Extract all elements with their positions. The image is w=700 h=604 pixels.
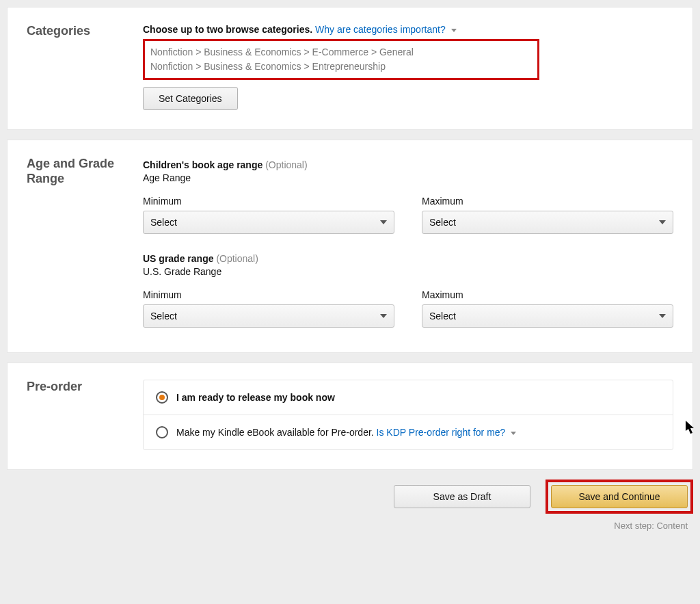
- next-step-hint: Next step: Content: [7, 521, 688, 531]
- category-path-2: Nonfiction > Business & Economics > Entr…: [150, 60, 532, 74]
- preorder-help-link[interactable]: Is KDP Pre-order right for me?: [377, 427, 517, 438]
- grade-min-select[interactable]: Select: [143, 304, 394, 328]
- grade-range-heading-text: US grade range: [143, 253, 213, 264]
- save-continue-button[interactable]: Save and Continue: [551, 485, 688, 508]
- footer-actions: Save as Draft Save and Continue: [7, 480, 693, 514]
- radio-icon: [156, 426, 168, 438]
- optional-tag: (Optional): [265, 159, 307, 170]
- chevron-down-icon: [659, 220, 666, 224]
- categories-help-link[interactable]: Why are categories important?: [315, 24, 457, 35]
- preorder-option-release-now[interactable]: I am ready to release my book now: [144, 380, 673, 415]
- grade-range-heading: US grade range (Optional): [143, 253, 673, 264]
- categories-instruction-text: Choose up to two browse categories.: [143, 24, 312, 35]
- set-categories-button[interactable]: Set Categories: [143, 87, 238, 110]
- preorder-option-preorder-text: Make my Kindle eBook available for Pre-o…: [176, 427, 374, 438]
- age-grade-panel: Age and Grade Range Children's book age …: [7, 140, 693, 353]
- grade-max-label: Maximum: [422, 289, 673, 300]
- age-max-label: Maximum: [422, 196, 673, 207]
- preorder-radio-group: I am ready to release my book now Make m…: [143, 380, 673, 450]
- preorder-title: Pre-order: [27, 380, 143, 395]
- save-continue-button-label: Save and Continue: [578, 491, 660, 502]
- preorder-help-link-text: Is KDP Pre-order right for me?: [377, 427, 506, 438]
- preorder-panel: Pre-order I am ready to release my book …: [7, 363, 693, 470]
- age-grade-title: Age and Grade Range: [27, 157, 143, 186]
- categories-instruction: Choose up to two browse categories. Why …: [143, 24, 673, 35]
- preorder-option-preorder[interactable]: Make my Kindle eBook available for Pre-o…: [144, 415, 673, 449]
- age-range-heading-text: Children's book age range: [143, 159, 262, 170]
- preorder-option-release-now-label: I am ready to release my book now: [176, 392, 335, 403]
- age-min-select[interactable]: Select: [143, 211, 394, 234]
- grade-max-select[interactable]: Select: [422, 304, 673, 328]
- age-range-subtext: Age Range: [143, 172, 673, 183]
- save-draft-button-label: Save as Draft: [433, 491, 492, 502]
- categories-help-link-text: Why are categories important?: [315, 24, 446, 35]
- age-max-select[interactable]: Select: [422, 211, 673, 234]
- chevron-down-icon: [380, 220, 387, 224]
- categories-panel: Categories Choose up to two browse categ…: [7, 7, 693, 130]
- age-min-label: Minimum: [143, 196, 394, 207]
- set-categories-button-label: Set Categories: [159, 93, 222, 104]
- categories-title: Categories: [27, 24, 143, 39]
- chevron-down-icon: [659, 314, 666, 318]
- age-max-select-value: Select: [429, 217, 456, 228]
- chevron-down-icon: [511, 432, 516, 435]
- chevron-down-icon: [380, 314, 387, 318]
- age-range-heading: Children's book age range (Optional): [143, 159, 673, 170]
- grade-range-subtext: U.S. Grade Range: [143, 266, 673, 277]
- optional-tag: (Optional): [216, 253, 258, 264]
- preorder-option-preorder-label: Make my Kindle eBook available for Pre-o…: [176, 427, 516, 438]
- category-path-1: Nonfiction > Business & Economics > E-Co…: [150, 45, 532, 60]
- save-continue-highlight: Save and Continue: [546, 480, 693, 514]
- cursor-icon: [686, 421, 697, 438]
- categories-highlight-box: Nonfiction > Business & Economics > E-Co…: [143, 39, 539, 80]
- chevron-down-icon: [451, 29, 457, 32]
- radio-icon: [156, 391, 168, 404]
- grade-max-select-value: Select: [429, 311, 456, 321]
- save-draft-button[interactable]: Save as Draft: [394, 485, 530, 508]
- grade-min-select-value: Select: [150, 311, 177, 321]
- age-min-select-value: Select: [150, 217, 177, 228]
- grade-min-label: Minimum: [143, 289, 394, 300]
